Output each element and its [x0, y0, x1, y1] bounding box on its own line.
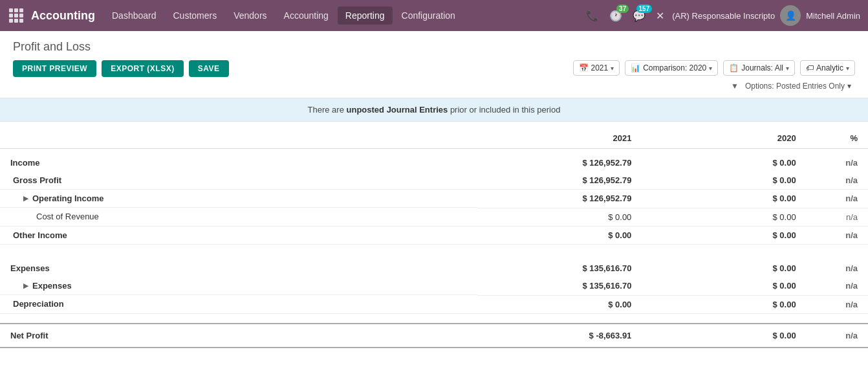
notice-text-after: prior or included in this period — [448, 105, 560, 115]
comparison-label: Comparison: 2020 — [643, 63, 706, 72]
depreciation-2021: $ 0.00 — [477, 295, 642, 313]
print-preview-button[interactable]: PRINT PREVIEW — [13, 60, 96, 77]
income-pct: n/a — [807, 149, 868, 172]
chart-icon: 📊 — [631, 63, 640, 72]
chat-badge: 157 — [636, 5, 653, 13]
notice-highlight: unposted Journal Entries — [347, 105, 448, 115]
gross-profit-pct: n/a — [807, 171, 868, 190]
expenses-sub-label: ▶ Expenses — [0, 277, 477, 295]
export-xlsx-button[interactable]: EXPORT (XLSX) — [102, 60, 184, 77]
net-profit-2021: $ -8,663.91 — [477, 324, 642, 348]
expenses-pct: n/a — [807, 254, 868, 277]
depreciation-row: Depreciation $ 0.00 $ 0.00 n/a — [0, 295, 868, 313]
clock-badge: 37 — [616, 5, 629, 13]
income-2021: $ 126,952.79 — [477, 149, 642, 172]
operating-income-row[interactable]: ▶ Operating Income $ 126,952.79 $ 0.00 n… — [0, 190, 868, 208]
year-caret-icon: ▾ — [611, 65, 614, 72]
nav-logo[interactable]: Accounting — [8, 7, 95, 24]
col-header-name — [0, 128, 477, 149]
filters-area: 📅 2021 ▾ 📊 Comparison: 2020 ▾ 📋 Journals… — [573, 60, 856, 93]
expenses-label: Expenses — [0, 254, 477, 277]
gross-profit-label: Gross Profit — [0, 171, 477, 190]
notice-bar: There are unposted Journal Entries prior… — [0, 98, 868, 122]
net-profit-pct: n/a — [807, 324, 868, 348]
app-title: Accounting — [31, 9, 95, 23]
cost-of-revenue-2020: $ 0.00 — [642, 208, 806, 226]
income-section-row: Income $ 126,952.79 $ 0.00 n/a — [0, 149, 868, 172]
comparison-caret-icon: ▾ — [709, 65, 712, 72]
other-income-2021: $ 0.00 — [477, 226, 642, 244]
col-header-2021: 2021 — [477, 128, 642, 149]
nav-accounting[interactable]: Accounting — [276, 6, 336, 25]
year-filter[interactable]: 📅 2021 ▾ — [573, 60, 620, 76]
nav-dashboard[interactable]: Dashboard — [104, 6, 164, 25]
spacer-2 — [0, 313, 868, 324]
journals-caret-icon: ▾ — [786, 65, 789, 72]
expenses-expand-icon[interactable]: ▶ — [23, 282, 28, 289]
expenses-sub-row[interactable]: ▶ Expenses $ 135,616.70 $ 0.00 n/a — [0, 277, 868, 295]
expenses-section-row: Expenses $ 135,616.70 $ 0.00 n/a — [0, 254, 868, 277]
gross-profit-2020: $ 0.00 — [642, 171, 806, 190]
operating-income-label: ▶ Operating Income — [0, 190, 477, 208]
nav-vendors[interactable]: Vendors — [226, 6, 274, 25]
close-icon[interactable]: ✕ — [653, 7, 667, 25]
depreciation-label: Depreciation — [0, 295, 477, 313]
nav-customers[interactable]: Customers — [166, 6, 225, 25]
calendar-icon: 📅 — [579, 63, 589, 72]
options-caret-icon: ▾ — [847, 82, 851, 91]
other-income-row: Other Income $ 0.00 $ 0.00 n/a — [0, 226, 868, 244]
cost-of-revenue-pct: n/a — [807, 208, 868, 226]
notice-text-before: There are — [308, 105, 347, 115]
expenses-sub-2020: $ 0.00 — [642, 277, 806, 295]
other-income-label: Other Income — [0, 226, 477, 244]
user-menu[interactable]: 👤 Mitchell Admin — [780, 5, 860, 26]
nav-configuration[interactable]: Configuration — [394, 6, 463, 25]
expenses-sub-2021: $ 135,616.70 — [477, 277, 642, 295]
journals-filter[interactable]: 📋 Journals: All ▾ — [723, 60, 795, 76]
main-content: 2021 2020 % Income $ 126,952.79 $ 0.00 n… — [0, 122, 868, 348]
income-2020: $ 0.00 — [642, 149, 806, 172]
journals-label: Journals: All — [741, 63, 783, 72]
expenses-sub-pct: n/a — [807, 277, 868, 295]
expenses-2020: $ 0.00 — [642, 254, 806, 277]
analytic-filter[interactable]: 🏷 Analytic ▾ — [800, 60, 855, 76]
company-name: (AR) Responsable Inscripto — [672, 11, 775, 21]
comparison-filter[interactable]: 📊 Comparison: 2020 ▾ — [625, 60, 718, 76]
user-name: Mitchell Admin — [806, 11, 860, 21]
toolbar: PRINT PREVIEW EXPORT (XLSX) SAVE — [13, 60, 229, 77]
net-profit-2020: $ 0.00 — [642, 324, 806, 348]
analytic-caret-icon: ▾ — [846, 65, 849, 72]
col-header-pct: % — [807, 128, 868, 149]
cost-of-revenue-2021: $ 0.00 — [477, 208, 642, 226]
company-selector[interactable]: (AR) Responsable Inscripto — [672, 11, 775, 21]
clock-icon[interactable]: 🕐 37 — [607, 7, 625, 25]
report-table: 2021 2020 % Income $ 126,952.79 $ 0.00 n… — [0, 128, 868, 348]
nav-right-area: 📞 🕐 37 💬 157 ✕ (AR) Responsable Inscript… — [583, 5, 860, 26]
save-button[interactable]: SAVE — [189, 60, 229, 77]
cost-of-revenue-label: Cost of Revenue — [0, 208, 477, 226]
depreciation-pct: n/a — [807, 295, 868, 313]
analytic-icon: 🏷 — [806, 63, 814, 72]
chat-icon[interactable]: 💬 157 — [630, 7, 648, 25]
top-navigation: Accounting Dashboard Customers Vendors A… — [0, 0, 868, 31]
nav-reporting[interactable]: Reporting — [338, 6, 393, 25]
page-header: Profit and Loss PRINT PREVIEW EXPORT (XL… — [0, 31, 868, 98]
apps-icon[interactable] — [8, 7, 25, 24]
gross-profit-2021: $ 126,952.79 — [477, 171, 642, 190]
page-title: Profit and Loss — [13, 40, 855, 54]
journal-icon: 📋 — [729, 63, 739, 72]
expenses-2021: $ 135,616.70 — [477, 254, 642, 277]
phone-icon[interactable]: 📞 — [583, 7, 602, 25]
year-filter-label: 2021 — [591, 63, 609, 72]
other-income-pct: n/a — [807, 226, 868, 244]
filter-icon: ▼ — [731, 82, 739, 91]
gross-profit-row: Gross Profit $ 126,952.79 $ 0.00 n/a — [0, 171, 868, 190]
options-filter[interactable]: Options: Posted Entries Only ▾ — [741, 80, 855, 93]
spacer-1 — [0, 244, 868, 254]
options-label: Options: Posted Entries Only — [745, 82, 845, 91]
operating-income-pct: n/a — [807, 190, 868, 208]
cost-of-revenue-row: Cost of Revenue $ 0.00 $ 0.00 n/a — [0, 208, 868, 226]
nav-menu: Dashboard Customers Vendors Accounting R… — [104, 6, 581, 25]
expand-icon[interactable]: ▶ — [23, 195, 28, 202]
col-header-2020: 2020 — [642, 128, 806, 149]
